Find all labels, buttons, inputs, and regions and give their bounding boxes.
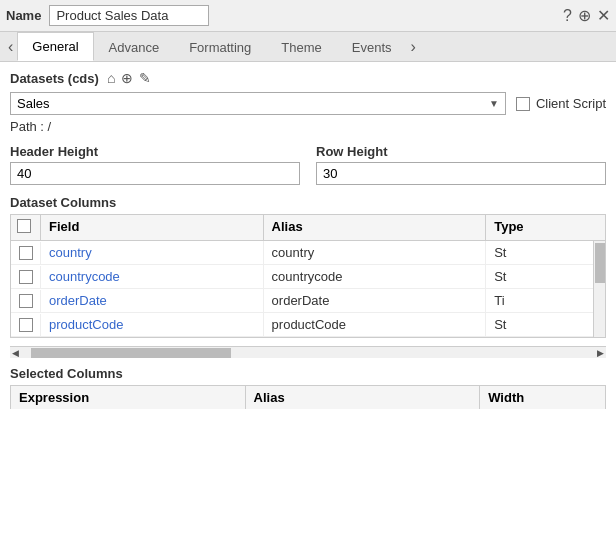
sch-width: Width <box>480 386 605 409</box>
header-height-field: Header Height <box>10 144 300 185</box>
table-row: productCode productCode St <box>11 313 605 337</box>
row3-type: St <box>486 313 605 336</box>
datasets-label: Datasets (cds) <box>10 71 99 86</box>
th-alias: Alias <box>264 215 487 240</box>
horizontal-scrollbar[interactable]: ◀ ▶ <box>10 346 606 358</box>
th-field: Field <box>41 215 264 240</box>
path-label: Path : <box>10 119 44 134</box>
h-scroll-arrow-left-icon[interactable]: ◀ <box>12 348 19 358</box>
table-row: countrycode countrycode St <box>11 265 605 289</box>
h-scroll-arrow-right-icon[interactable]: ▶ <box>597 348 604 358</box>
dropdown-value: Sales <box>17 96 50 111</box>
dropdown-arrow-icon: ▼ <box>489 98 499 109</box>
edit-icon[interactable]: ✎ <box>139 70 151 86</box>
tab-events[interactable]: Events <box>337 32 407 61</box>
row3-field: productCode <box>41 313 264 336</box>
main-content: Datasets (cds) ⌂ ⊕ ✎ Sales ▼ Client Scri… <box>0 62 616 544</box>
row0-alias: country <box>264 241 487 264</box>
close-icon[interactable]: ✕ <box>597 6 610 25</box>
add-icon[interactable]: ⊕ <box>121 70 133 86</box>
tab-theme[interactable]: Theme <box>266 32 336 61</box>
row1-field: countrycode <box>41 265 264 288</box>
tab-general[interactable]: General <box>17 32 93 61</box>
vertical-scrollbar[interactable] <box>593 241 605 337</box>
dataset-columns-label: Dataset Columns <box>10 195 606 210</box>
row-height-field: Row Height <box>316 144 606 185</box>
scrollbar-thumb <box>595 243 605 283</box>
selected-columns-header: Expression Alias Width <box>10 385 606 409</box>
row0-type: St <box>486 241 605 264</box>
title-bar: Name Product Sales Data ? ⊕ ✕ <box>0 0 616 32</box>
row2-field: orderDate <box>41 289 264 312</box>
tab-advance[interactable]: Advance <box>94 32 175 61</box>
datasets-row: Datasets (cds) ⌂ ⊕ ✎ <box>10 70 606 86</box>
th-type: Type <box>486 215 605 240</box>
client-script-checkbox[interactable] <box>516 97 530 111</box>
row2-type: Ti <box>486 289 605 312</box>
datasets-icons: ⌂ ⊕ ✎ <box>107 70 151 86</box>
move-icon[interactable]: ⊕ <box>578 6 591 25</box>
table-header: Field Alias Type <box>11 215 605 241</box>
row1-alias: countrycode <box>264 265 487 288</box>
row2-alias: orderDate <box>264 289 487 312</box>
row0-field: country <box>41 241 264 264</box>
tab-formatting[interactable]: Formatting <box>174 32 266 61</box>
name-label: Name <box>6 8 41 23</box>
header-height-label: Header Height <box>10 144 300 159</box>
row-height-label: Row Height <box>316 144 606 159</box>
path-value: / <box>48 119 52 134</box>
row-height-input[interactable] <box>316 162 606 185</box>
header-height-input[interactable] <box>10 162 300 185</box>
tab-nav-right[interactable]: › <box>407 38 420 56</box>
tab-nav-left[interactable]: ‹ <box>4 38 17 56</box>
sch-alias: Alias <box>246 386 481 409</box>
table-row: country country St <box>11 241 605 265</box>
tabs-bar: ‹ General Advance Formatting Theme Event… <box>0 32 616 62</box>
row1-check[interactable] <box>11 266 41 288</box>
client-script-label: Client Script <box>536 96 606 111</box>
table-row: orderDate orderDate Ti <box>11 289 605 313</box>
th-check <box>11 215 41 240</box>
help-icon[interactable]: ? <box>563 7 572 25</box>
client-script-row: Client Script <box>516 96 606 111</box>
title-name-input[interactable]: Product Sales Data <box>49 5 209 26</box>
home-icon[interactable]: ⌂ <box>107 70 115 86</box>
dataset-dropdown[interactable]: Sales ▼ <box>10 92 506 115</box>
table-body: country country St countrycode countryco… <box>11 241 605 337</box>
heights-row: Header Height Row Height <box>10 144 606 185</box>
title-icons: ? ⊕ ✕ <box>563 6 610 25</box>
path-row: Path : / <box>10 119 606 134</box>
row3-alias: productCode <box>264 313 487 336</box>
row0-check[interactable] <box>11 242 41 264</box>
row1-type: St <box>486 265 605 288</box>
header-checkbox[interactable] <box>17 219 31 233</box>
row2-check[interactable] <box>11 290 41 312</box>
sch-expression: Expression <box>11 386 246 409</box>
dataset-columns-table: Field Alias Type country country St coun… <box>10 214 606 338</box>
dropdown-row: Sales ▼ Client Script <box>10 92 606 115</box>
h-scroll-thumb <box>31 348 231 358</box>
selected-columns-label: Selected Columns <box>10 366 606 381</box>
row3-check[interactable] <box>11 314 41 336</box>
